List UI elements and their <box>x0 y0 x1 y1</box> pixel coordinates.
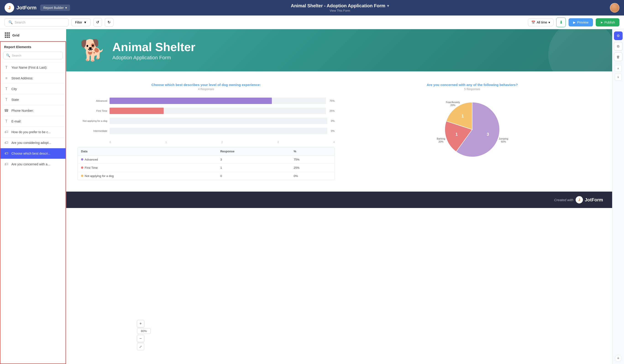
search-placeholder: Search <box>15 20 26 24</box>
nav-up-button[interactable]: ∧ <box>615 65 622 72</box>
report-title: Animal Shelter <box>112 40 195 54</box>
sidebar-item-email[interactable]: T E-mail: <box>0 116 66 127</box>
axis-label: 2 <box>221 141 223 144</box>
bar-row: Intermediate 0% <box>78 128 335 134</box>
title-chevron-icon: ▾ <box>387 4 389 8</box>
report-builder-button[interactable]: Report Builder ▾ <box>40 4 70 11</box>
panel-search-input[interactable]: 🔍 Search <box>3 51 63 59</box>
sidebar-panel: Report Elements 🔍 Search T Your Name (Fi… <box>0 41 66 364</box>
pie-container: 3Jumping60%1Barking20%1Fear/Anxiety20% <box>344 95 601 164</box>
item-icon-name: T <box>4 66 9 70</box>
zoom-in-button[interactable]: + <box>137 320 144 327</box>
item-icon-dog_exp: 🏷 <box>4 151 9 156</box>
bar-data-table: Data Response % Advanced 3 75% First Tim… <box>78 147 335 180</box>
bar-row: Not applying for a dog 0% <box>78 118 335 124</box>
sidebar-item-name[interactable]: T Your Name (First & Last): <box>0 62 66 73</box>
report-subtitle: Adoption Application Form <box>112 55 195 61</box>
publish-icon: ➤ <box>600 21 603 24</box>
content-area[interactable]: 🐕 Animal Shelter Adoption Application Fo… <box>66 29 612 364</box>
zoom-controls: + 80% − ⤢ <box>137 320 151 350</box>
footer-logo: J JotForm <box>576 196 603 203</box>
filter-button[interactable]: Filter ▼ <box>71 19 91 26</box>
delete-button[interactable]: 🗑 <box>614 52 623 61</box>
report-header: 🐕 Animal Shelter Adoption Application Fo… <box>66 29 612 71</box>
item-icon-behaviors: 🏷 <box>4 162 9 166</box>
jotform-logo-icon: J <box>4 3 14 13</box>
item-label-behaviors: Are you concerned with a... <box>11 162 50 166</box>
sidebar-item-city[interactable]: T City <box>0 83 66 94</box>
sidebar-item-phone[interactable]: ☎ Phone Number: <box>0 105 66 116</box>
pie-label: 3 <box>487 132 489 137</box>
settings-icon: ⚙ <box>617 34 620 38</box>
nav-down-button[interactable]: ∨ <box>615 74 622 80</box>
avatar[interactable] <box>610 3 620 13</box>
report-builder-label: Report Builder <box>43 6 64 10</box>
bar-chart-card: Choose which best describes your level o… <box>73 78 339 185</box>
item-label-considering: Are you considering adopt... <box>11 141 51 145</box>
sidebar-item-behaviors[interactable]: 🏷 Are you concerned with a... <box>0 159 66 170</box>
nav-right <box>610 3 620 13</box>
pie-svg: 3Jumping60%1Barking20%1Fear/Anxiety20% <box>433 95 511 164</box>
sidebar-item-contact_pref[interactable]: 🏷 How do you prefer to be c... <box>0 127 66 137</box>
item-icon-state: T <box>4 97 9 102</box>
pie-ext-label: Barking20% <box>437 137 445 143</box>
bar-label: Advanced <box>78 99 107 102</box>
item-label-city: City <box>11 87 17 91</box>
bar-pct: 25% <box>330 109 335 112</box>
panel-search-icon: 🔍 <box>6 54 10 57</box>
report-header-text: Animal Shelter Adoption Application Form <box>112 40 195 61</box>
bar-label: First Time <box>78 109 107 112</box>
item-label-email: E-mail: <box>11 120 22 123</box>
pie-label: 1 <box>462 114 464 118</box>
search-icon: 🔍 <box>8 20 13 24</box>
bar-track <box>109 97 326 104</box>
main-layout: Grid Report Elements 🔍 Search T Your Nam… <box>0 29 624 364</box>
panel-search-placeholder: Search <box>12 54 21 57</box>
color-dot <box>81 175 83 177</box>
bar-track <box>109 118 327 124</box>
nav-subtitle[interactable]: View This Form <box>74 9 606 12</box>
sidebar-item-considering[interactable]: 🏷 Are you considering adopt... <box>0 137 66 148</box>
calendar-icon: 📅 <box>531 21 535 24</box>
copy-icon: ⧉ <box>617 44 620 48</box>
right-divider <box>615 63 622 63</box>
copy-button[interactable]: ⧉ <box>614 42 623 51</box>
publish-button[interactable]: ➤ Publish <box>596 18 620 26</box>
bar-label: Intermediate <box>78 130 107 132</box>
bar-pct: 0% <box>331 130 335 132</box>
preview-button[interactable]: ▶ Preview <box>569 18 593 26</box>
add-element-button[interactable]: + <box>615 355 622 362</box>
pie-ext-label: Fear/Anxiety20% <box>446 101 460 106</box>
redo-button[interactable]: ↻ <box>105 18 113 27</box>
filter-label: Filter <box>75 21 82 24</box>
sidebar-item-dog_exp[interactable]: 🏷 Choose which best descri... <box>0 148 66 159</box>
bar-chart: Advanced 75% First Time 25% Not applying… <box>78 95 335 140</box>
sidebar-item-state[interactable]: T State <box>0 94 66 105</box>
zoom-expand-button[interactable]: ⤢ <box>137 343 144 350</box>
download-button[interactable]: ⬇ <box>556 18 566 27</box>
nav-title: Animal Shelter - Adoption Application Fo… <box>74 3 606 8</box>
chevron-down-icon: ▾ <box>65 6 67 10</box>
download-icon: ⬇ <box>559 20 563 25</box>
bar-pct: 75% <box>330 99 335 102</box>
color-dot <box>81 158 83 161</box>
panel-header: Report Elements <box>0 42 66 51</box>
bar-row: First Time 25% <box>78 108 335 114</box>
zoom-percent: 80% <box>137 328 151 334</box>
charts-section: Choose which best describes your level o… <box>66 71 612 192</box>
item-icon-street: ≡ <box>4 76 9 80</box>
settings-button[interactable]: ⚙ <box>614 31 623 40</box>
col-pct: % <box>290 147 334 156</box>
undo-button[interactable]: ↺ <box>93 18 102 27</box>
col-response: Response <box>217 147 290 156</box>
item-icon-email: T <box>4 119 9 123</box>
table-cell-data: Advanced <box>78 156 217 164</box>
sidebar-item-street[interactable]: ≡ Street Address: <box>0 73 66 83</box>
zoom-out-button[interactable]: − <box>137 335 144 342</box>
filter-icon: ▼ <box>83 21 87 24</box>
logo-area: J JotForm <box>4 3 36 13</box>
pie-chart-responses: 5 Responses <box>344 88 601 91</box>
alltime-button[interactable]: 📅 All time ▾ <box>528 19 553 26</box>
table-cell-data: Not applying for a dog <box>78 172 217 180</box>
toolbar-search[interactable]: 🔍 Search <box>4 18 69 26</box>
